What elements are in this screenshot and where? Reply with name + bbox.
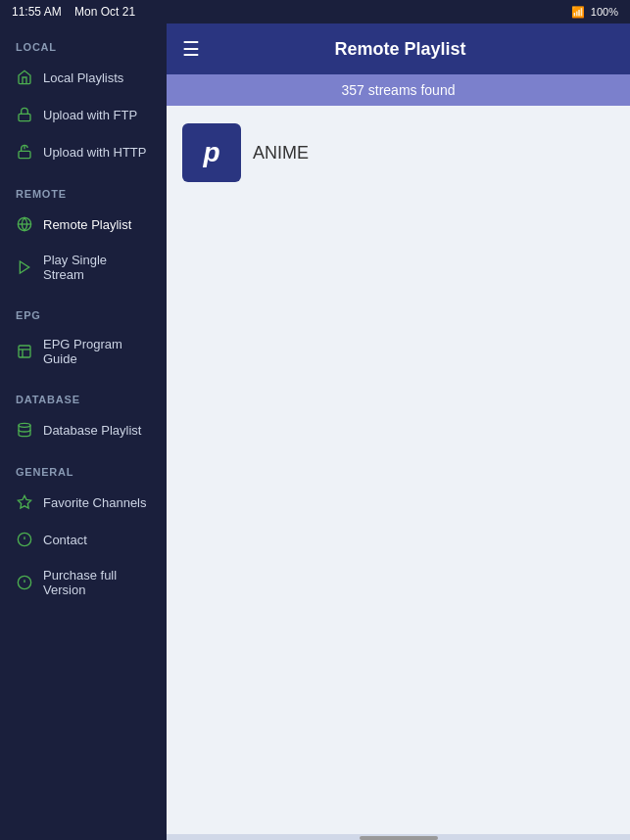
sidebar-label-local-playlists: Local Playlists [43, 70, 123, 85]
streams-bar: 357 streams found [167, 74, 630, 106]
status-time: 11:55 AM [12, 5, 62, 19]
channel-logo: p [182, 123, 241, 182]
sidebar-label-upload-ftp: Upload with FTP [43, 108, 137, 122]
top-bar: ☰ Remote Playlist [167, 23, 630, 74]
hamburger-button[interactable]: ☰ [182, 37, 200, 61]
sidebar-label-purchase: Purchase full Version [43, 568, 151, 597]
content-area: ☰ Remote Playlist 357 streams found p AN… [167, 23, 630, 840]
section-label-database: DATABASE [0, 376, 167, 411]
sidebar-item-upload-ftp[interactable]: Upload with FTP [0, 96, 167, 133]
sidebar-label-play-single-stream: Play Single Stream [43, 253, 151, 282]
sidebar-label-epg-program-guide: EPG Program Guide [43, 337, 151, 366]
content-list[interactable]: p ANIME [167, 106, 630, 834]
sidebar-item-epg-program-guide[interactable]: EPG Program Guide [0, 327, 167, 376]
svg-point-9 [19, 423, 30, 427]
bottom-bar [167, 834, 630, 840]
svg-marker-5 [20, 261, 28, 273]
sidebar-item-database-playlist[interactable]: Database Playlist [0, 411, 167, 448]
sidebar-label-database-playlist: Database Playlist [43, 423, 141, 438]
sidebar-label-contact: Contact [43, 533, 87, 547]
star-icon [16, 493, 33, 511]
play-icon [16, 258, 33, 276]
channel-item[interactable]: p ANIME [176, 116, 620, 190]
wifi-icon: 📶 [571, 6, 585, 19]
sidebar-item-upload-http[interactable]: Upload with HTTP [0, 133, 167, 170]
section-label-local: LOCAL [0, 23, 167, 59]
svg-rect-1 [19, 151, 30, 158]
sidebar: LOCAL Local Playlists Upload with FTP [0, 23, 167, 840]
status-bar: 11:55 AM Mon Oct 21 📶 100% [0, 0, 630, 23]
info2-icon [16, 574, 33, 591]
sidebar-item-local-playlists[interactable]: Local Playlists [0, 59, 167, 96]
channel-logo-letter: p [203, 139, 219, 166]
epg-icon [16, 343, 33, 360]
sidebar-label-upload-http: Upload with HTTP [43, 145, 146, 160]
globe-icon [16, 215, 33, 233]
scroll-indicator [360, 836, 438, 840]
section-label-epg: EPG [0, 292, 167, 327]
database-icon [16, 421, 33, 439]
status-time-date: 11:55 AM Mon Oct 21 [12, 5, 135, 19]
sidebar-item-play-single-stream[interactable]: Play Single Stream [0, 243, 167, 292]
battery-label: 100% [591, 6, 618, 18]
page-title: Remote Playlist [216, 39, 614, 60]
upload-http-icon [16, 143, 33, 161]
sidebar-item-purchase[interactable]: Purchase full Version [0, 558, 167, 607]
section-label-general: GENERAL [0, 448, 167, 484]
svg-rect-0 [19, 114, 30, 120]
main-layout: LOCAL Local Playlists Upload with FTP [0, 23, 630, 840]
home-icon [16, 69, 33, 86]
status-right: 📶 100% [571, 6, 618, 19]
sidebar-item-contact[interactable]: Contact [0, 521, 167, 558]
section-label-remote: REMOTE [0, 170, 167, 206]
upload-ftp-icon [16, 106, 33, 123]
sidebar-label-remote-playlist: Remote Playlist [43, 217, 131, 232]
info-icon [16, 531, 33, 548]
channel-name: ANIME [253, 143, 309, 163]
svg-marker-10 [18, 495, 30, 508]
sidebar-item-favorite-channels[interactable]: Favorite Channels [0, 484, 167, 521]
svg-rect-6 [19, 346, 30, 357]
sidebar-label-favorite-channels: Favorite Channels [43, 495, 147, 510]
status-date: Mon Oct 21 [74, 5, 135, 19]
sidebar-item-remote-playlist[interactable]: Remote Playlist [0, 206, 167, 243]
streams-count: 357 streams found [342, 82, 456, 98]
